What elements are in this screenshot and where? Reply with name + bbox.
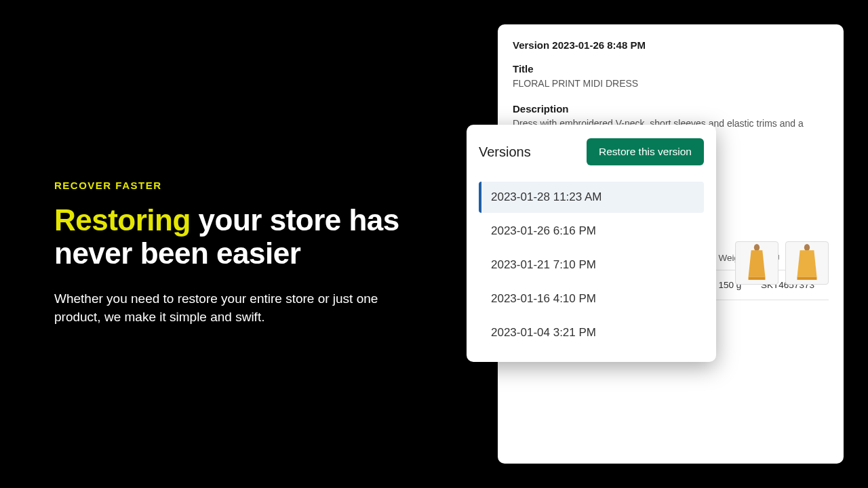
dress-icon	[743, 243, 771, 283]
version-timestamp-header: Version 2023-01-26 8:48 PM	[513, 39, 829, 51]
hero-headline: Restoring your store has never been easi…	[54, 203, 407, 270]
version-item[interactable]: 2023-01-16 4:10 PM	[479, 283, 704, 314]
version-item[interactable]: 2023-01-21 7:10 PM	[479, 249, 704, 281]
hero-eyebrow: RECOVER FASTER	[54, 180, 407, 191]
svg-rect-1	[749, 277, 766, 280]
version-item[interactable]: 2023-01-04 3:21 PM	[479, 317, 704, 348]
description-label: Description	[513, 103, 829, 115]
dress-icon	[793, 243, 821, 283]
versions-panel: Versions Restore this version 2023-01-28…	[467, 125, 716, 362]
title-label: Title	[513, 63, 829, 75]
svg-point-2	[804, 244, 810, 251]
svg-point-0	[754, 244, 760, 251]
title-value: FLORAL PRINT MIDI DRESS	[513, 77, 829, 91]
product-thumbnails	[735, 241, 829, 285]
hero-subtext: Whether you need to restore your entire …	[54, 289, 407, 327]
version-item[interactable]: 2023-01-26 6:16 PM	[479, 216, 704, 247]
versions-title: Versions	[479, 144, 531, 160]
hero-headline-accent: Restoring	[54, 203, 191, 237]
svg-rect-3	[797, 277, 817, 280]
product-thumbnail[interactable]	[785, 241, 829, 285]
restore-button[interactable]: Restore this version	[587, 138, 704, 165]
versions-list: 2023-01-28 11:23 AM 2023-01-26 6:16 PM 2…	[479, 182, 704, 348]
hero-section: RECOVER FASTER Restoring your store has …	[54, 180, 407, 327]
version-item[interactable]: 2023-01-28 11:23 AM	[479, 182, 704, 213]
versions-header: Versions Restore this version	[479, 138, 704, 165]
product-thumbnail[interactable]	[735, 241, 778, 285]
